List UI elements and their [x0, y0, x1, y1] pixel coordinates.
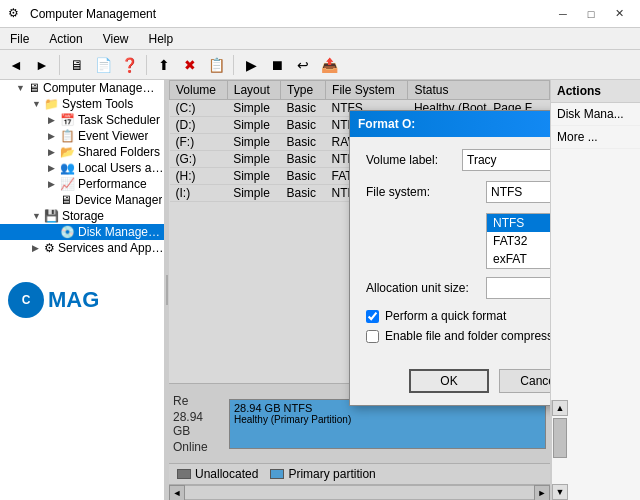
doc-button[interactable]: 📄 — [91, 53, 115, 77]
compression-row: Enable file and folder compression — [366, 329, 550, 343]
menu-view[interactable]: View — [93, 28, 139, 49]
sidebar-item-local-users[interactable]: ▶ 👥 Local Users and Gro... — [0, 160, 164, 176]
menu-action[interactable]: Action — [39, 28, 92, 49]
toolbar-separator-3 — [233, 55, 234, 75]
sidebar-root-label: Computer Management (L — [43, 81, 164, 95]
event-icon: 📋 — [60, 129, 75, 143]
compression-checkbox[interactable] — [366, 330, 379, 343]
maximize-button[interactable]: □ — [578, 4, 604, 24]
sidebar-devman-label: Device Manager — [75, 193, 162, 207]
cancel-button[interactable]: Cancel — [499, 369, 550, 393]
storage-icon: 💾 — [44, 209, 59, 223]
sidebar-item-performance[interactable]: ▶ 📈 Performance — [0, 176, 164, 192]
menu-help[interactable]: Help — [139, 28, 184, 49]
alloc-label: Allocation unit size: — [366, 281, 486, 295]
sidebar-item-shared-folders[interactable]: ▶ 📂 Shared Folders — [0, 144, 164, 160]
quick-format-row: Perform a quick format — [366, 309, 550, 323]
scroll-down-button[interactable]: ▼ — [552, 484, 568, 500]
refresh-button[interactable]: ↩ — [291, 53, 315, 77]
sidebar-item-system-tools[interactable]: ▼ 📁 System Tools — [0, 96, 164, 112]
toolbar-separator-1 — [59, 55, 60, 75]
tree-arrow-root: ▼ — [16, 83, 28, 93]
fs-label: File system: — [366, 185, 486, 199]
fs-select-wrapper: NTFS FAT32 exFAT ▼ — [486, 181, 550, 203]
devman-icon: 🖥 — [60, 193, 72, 207]
menu-file[interactable]: File — [0, 28, 39, 49]
sidebar-local-label: Local Users and Gro... — [78, 161, 164, 175]
option-ntfs[interactable]: NTFS — [487, 214, 550, 232]
computer-icon: 🖥 — [28, 81, 40, 95]
perf-icon: 📈 — [60, 177, 75, 191]
copy-button[interactable]: 📋 — [204, 53, 228, 77]
app-icon: ⚙ — [8, 6, 24, 22]
actions-more[interactable]: More ... — [551, 126, 640, 149]
sidebar-services-label: Services and Applicatio... — [58, 241, 164, 255]
sidebar-item-event-viewer[interactable]: ▶ 📋 Event Viewer — [0, 128, 164, 144]
computer-button[interactable]: 🖥 — [65, 53, 89, 77]
window-title: Computer Management — [30, 7, 550, 21]
tree-arrow-shared: ▶ — [48, 147, 60, 157]
right-panel: Actions Disk Mana... More ... ▲ ▼ — [550, 80, 640, 500]
sidebar-event-label: Event Viewer — [78, 129, 148, 143]
modal-footer: OK Cancel — [350, 361, 550, 405]
option-exfat[interactable]: exFAT — [487, 250, 550, 268]
tree-arrow-storage: ▼ — [32, 211, 44, 221]
scroll-thumb-v[interactable] — [553, 418, 567, 458]
splitter-handle — [166, 275, 168, 305]
forward-button[interactable]: ► — [30, 53, 54, 77]
tree-arrow-task: ▶ — [48, 115, 60, 125]
actions-header: Actions — [551, 80, 640, 103]
scroll-track-v[interactable] — [552, 416, 567, 484]
option-fat32[interactable]: FAT32 — [487, 232, 550, 250]
sidebar-item-root[interactable]: ▼ 🖥 Computer Management (L — [0, 80, 164, 96]
sidebar-system-tools-label: System Tools — [62, 97, 133, 111]
title-bar: ⚙ Computer Management ─ □ ✕ — [0, 0, 640, 28]
volume-label-input[interactable] — [462, 149, 550, 171]
content-area: Volume Layout Type File System Status (C… — [169, 80, 550, 500]
sidebar-item-disk-management[interactable]: ▶ 💿 Disk Management — [0, 224, 164, 240]
modal-title-bar: Format O: ✕ — [350, 111, 550, 137]
cmag-logo-area: C MAG — [0, 276, 164, 324]
tree-arrow-local: ▶ — [48, 163, 60, 173]
modal-body: Volume label: File system: NTFS FAT32 ex… — [350, 137, 550, 361]
play-button[interactable]: ▶ — [239, 53, 263, 77]
volume-label-text: Volume label: — [366, 153, 462, 167]
services-icon: ⚙ — [44, 241, 55, 255]
sidebar-item-task-scheduler[interactable]: ▶ 📅 Task Scheduler — [0, 112, 164, 128]
up-button[interactable]: ⬆ — [152, 53, 176, 77]
modal-overlay: Format O: ✕ Volume label: File system: — [169, 80, 550, 500]
ok-button[interactable]: OK — [409, 369, 489, 393]
sidebar-item-storage[interactable]: ▼ 💾 Storage — [0, 208, 164, 224]
tree-arrow-event: ▶ — [48, 131, 60, 141]
tree-arrow-perf: ▶ — [48, 179, 60, 189]
compression-label: Enable file and folder compression — [385, 329, 550, 343]
close-button[interactable]: ✕ — [606, 4, 632, 24]
tree-arrow-system-tools: ▼ — [32, 99, 44, 109]
back-button[interactable]: ◄ — [4, 53, 28, 77]
fs-select[interactable]: NTFS FAT32 exFAT — [486, 181, 550, 203]
main-layout: ▼ 🖥 Computer Management (L ▼ 📁 System To… — [0, 80, 640, 500]
vertical-scrollbar[interactable]: ▲ ▼ — [551, 400, 567, 500]
format-dialog: Format O: ✕ Volume label: File system: — [349, 110, 550, 406]
sidebar-disk-label: Disk Management — [78, 225, 164, 239]
folder-icon: 📁 — [44, 97, 59, 111]
toolbar-separator-2 — [146, 55, 147, 75]
users-icon: 👥 — [60, 161, 75, 175]
minimize-button[interactable]: ─ — [550, 4, 576, 24]
sidebar-perf-label: Performance — [78, 177, 147, 191]
sidebar: ▼ 🖥 Computer Management (L ▼ 📁 System To… — [0, 80, 165, 500]
fs-dropdown-list: NTFS FAT32 exFAT — [486, 213, 550, 269]
stop-button[interactable]: ✖ — [178, 53, 202, 77]
scroll-up-button[interactable]: ▲ — [552, 400, 568, 416]
file-system-row: File system: NTFS FAT32 exFAT ▼ — [366, 181, 550, 203]
sidebar-item-services[interactable]: ▶ ⚙ Services and Applicatio... — [0, 240, 164, 256]
stop2-button[interactable]: ⏹ — [265, 53, 289, 77]
toolbar: ◄ ► 🖥 📄 ❓ ⬆ ✖ 📋 ▶ ⏹ ↩ 📤 — [0, 50, 640, 80]
help-button[interactable]: ❓ — [117, 53, 141, 77]
alloc-select[interactable] — [486, 277, 550, 299]
export-button[interactable]: 📤 — [317, 53, 341, 77]
quick-format-checkbox[interactable] — [366, 310, 379, 323]
sidebar-item-device-manager[interactable]: ▶ 🖥 Device Manager — [0, 192, 164, 208]
actions-disk-mana[interactable]: Disk Mana... — [551, 103, 640, 126]
sidebar-storage-label: Storage — [62, 209, 104, 223]
